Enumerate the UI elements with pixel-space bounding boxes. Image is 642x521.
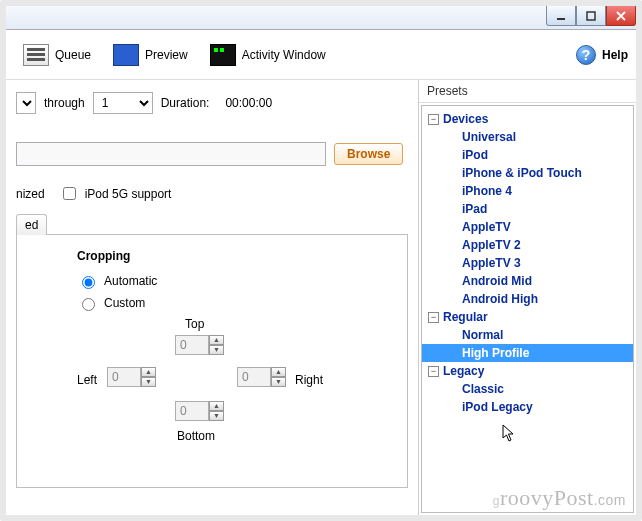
crop-bottom-input[interactable]: [175, 401, 209, 421]
web-optimized-label-fragment: nized: [16, 187, 45, 201]
preset-group-devices[interactable]: −Devices: [422, 110, 633, 128]
activity-label: Activity Window: [242, 48, 326, 62]
expander-icon[interactable]: −: [428, 312, 439, 323]
preset-group-regular[interactable]: −Regular: [422, 308, 633, 326]
spin-up-icon[interactable]: ▲: [209, 335, 224, 345]
help-label: Help: [602, 48, 628, 62]
terminal-icon: [210, 44, 236, 66]
ipod-5g-label: iPod 5G support: [85, 187, 172, 201]
crop-custom-label: Custom: [104, 296, 145, 310]
preset-item[interactable]: Normal: [422, 326, 633, 344]
ipod-5g-checkbox-input[interactable]: [63, 187, 76, 200]
preset-group-label: Regular: [443, 310, 488, 324]
spin-up-icon[interactable]: ▲: [209, 401, 224, 411]
preset-item[interactable]: iPhone 4: [422, 182, 633, 200]
crop-top-input[interactable]: [175, 335, 209, 355]
through-label: through: [44, 96, 85, 110]
crop-bottom-label: Bottom: [177, 429, 215, 443]
preset-item[interactable]: iPod: [422, 146, 633, 164]
cropping-title: Cropping: [77, 249, 387, 263]
expander-icon[interactable]: −: [428, 114, 439, 125]
tab-strip: ed: [16, 213, 408, 235]
crop-top-label: Top: [185, 317, 204, 331]
expander-icon[interactable]: −: [428, 366, 439, 377]
preview-button[interactable]: Preview: [104, 39, 197, 71]
svg-rect-1: [587, 12, 595, 20]
presets-header: Presets: [419, 80, 636, 103]
help-icon: ?: [576, 45, 596, 65]
crop-right-spinner[interactable]: ▲▼: [237, 367, 286, 387]
crop-right-input[interactable]: [237, 367, 271, 387]
ipod-5g-checkbox[interactable]: iPod 5G support: [59, 184, 172, 203]
browse-button[interactable]: Browse: [334, 143, 403, 165]
preset-item[interactable]: iPad: [422, 200, 633, 218]
spin-up-icon[interactable]: ▲: [271, 367, 286, 377]
preset-item[interactable]: iPhone & iPod Touch: [422, 164, 633, 182]
window-titlebar: [6, 6, 636, 30]
crop-bottom-spinner[interactable]: ▲▼: [175, 401, 224, 421]
toolbar: Queue Preview Activity Window ? Help: [6, 30, 636, 80]
preset-item[interactable]: High Profile: [422, 344, 633, 362]
svg-rect-0: [557, 18, 565, 20]
destination-path-input[interactable]: [16, 142, 326, 166]
spin-down-icon[interactable]: ▼: [209, 411, 224, 421]
crop-auto-radio[interactable]: [82, 276, 95, 289]
crop-left-label: Left: [77, 373, 97, 387]
crop-auto-label: Automatic: [104, 274, 157, 288]
duration-label: Duration:: [161, 96, 210, 110]
tab-active-fragment[interactable]: ed: [16, 214, 47, 235]
preview-label: Preview: [145, 48, 188, 62]
preset-group-label: Legacy: [443, 364, 484, 378]
chapter-end-select[interactable]: 1: [93, 92, 153, 114]
spin-up-icon[interactable]: ▲: [141, 367, 156, 377]
close-button[interactable]: [606, 6, 636, 26]
help-button[interactable]: ? Help: [576, 45, 628, 65]
preset-item[interactable]: AppleTV: [422, 218, 633, 236]
crop-top-spinner[interactable]: ▲▼: [175, 335, 224, 355]
queue-label: Queue: [55, 48, 91, 62]
preset-item[interactable]: AppleTV 2: [422, 236, 633, 254]
presets-tree[interactable]: −DevicesUniversaliPodiPhone & iPod Touch…: [421, 105, 634, 513]
preset-item[interactable]: Classic: [422, 380, 633, 398]
preset-item[interactable]: Universal: [422, 128, 633, 146]
crop-custom-radio[interactable]: [82, 298, 95, 311]
preset-group-legacy[interactable]: −Legacy: [422, 362, 633, 380]
preset-item[interactable]: Android Mid: [422, 272, 633, 290]
crop-left-input[interactable]: [107, 367, 141, 387]
picture-settings-panel: Cropping Automatic Custom Top ▲▼ Left ▲▼: [16, 235, 408, 488]
spin-down-icon[interactable]: ▼: [209, 345, 224, 355]
queue-button[interactable]: Queue: [14, 39, 100, 71]
queue-icon: [23, 44, 49, 66]
presets-panel: Presets −DevicesUniversaliPodiPhone & iP…: [418, 80, 636, 515]
duration-value: 00:00:00: [225, 96, 272, 110]
minimize-button[interactable]: [546, 6, 576, 26]
crop-right-label: Right: [295, 373, 323, 387]
chapter-start-select[interactable]: [16, 92, 36, 114]
crop-left-spinner[interactable]: ▲▼: [107, 367, 156, 387]
maximize-button[interactable]: [576, 6, 606, 26]
spin-down-icon[interactable]: ▼: [141, 377, 156, 387]
activity-window-button[interactable]: Activity Window: [201, 39, 335, 71]
preset-group-label: Devices: [443, 112, 488, 126]
preview-icon: [113, 44, 139, 66]
preset-item[interactable]: iPod Legacy: [422, 398, 633, 416]
spin-down-icon[interactable]: ▼: [271, 377, 286, 387]
preset-item[interactable]: AppleTV 3: [422, 254, 633, 272]
preset-item[interactable]: Android High: [422, 290, 633, 308]
